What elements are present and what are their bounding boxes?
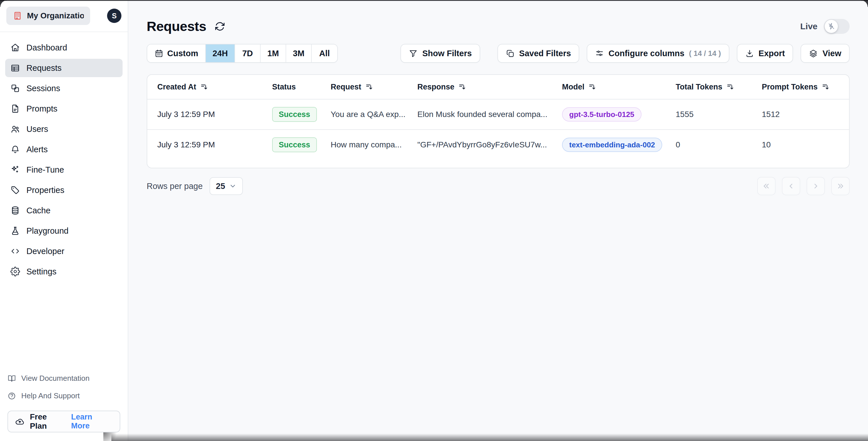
sidebar-item-playground[interactable]: Playground [5, 222, 123, 240]
time-range-3m[interactable]: 3M [286, 44, 312, 62]
cell-prompt-tokens: 1512 [762, 110, 839, 119]
home-icon [10, 43, 20, 53]
time-range-24h[interactable]: 24H [206, 44, 235, 62]
sort-icon [200, 83, 208, 91]
chevron-right-icon [811, 182, 820, 191]
flask-icon [10, 226, 20, 236]
last-page-button[interactable] [831, 177, 849, 195]
export-button[interactable]: Export [737, 44, 794, 63]
first-page-button[interactable] [757, 177, 776, 195]
sidebar-item-label: Users [26, 125, 48, 134]
previous-page-button[interactable] [782, 177, 800, 195]
avatar[interactable]: S [107, 9, 121, 23]
model-badge: gpt-3.5-turbo-0125 [562, 107, 642, 122]
toolbar: Custom 24H 7D 1M 3M All [147, 44, 849, 63]
column-header-total-tokens[interactable]: Total Tokens [676, 82, 762, 92]
cell-model: text-embedding-ada-002 [562, 138, 676, 152]
cell-response: "GF+/PAvdYbyrrGo8yFz6vIeSU7w... [417, 140, 562, 149]
cell-response: Elon Musk founded several compa... [417, 110, 562, 119]
column-header-status[interactable]: Status [272, 82, 331, 92]
view-documentation-link[interactable]: View Documentation [7, 374, 120, 383]
page-header: Requests Live [147, 19, 849, 34]
sidebar-item-alerts[interactable]: Alerts [5, 140, 123, 159]
app-window: My Organizatio... S Dashboard Requests [0, 0, 868, 441]
plan-label: Free Plan [30, 412, 66, 431]
sort-icon [365, 83, 373, 91]
refresh-icon [214, 21, 225, 32]
sidebar-item-requests[interactable]: Requests [5, 59, 123, 77]
view-button[interactable]: View [801, 44, 849, 63]
chevrons-right-icon [836, 182, 845, 191]
sidebar-item-dashboard[interactable]: Dashboard [5, 38, 123, 57]
show-filters-button[interactable]: Show Filters [400, 44, 480, 63]
main-content: Requests Live [128, 0, 868, 441]
time-range-label: 24H [212, 49, 228, 58]
page-title: Requests [147, 19, 206, 34]
learn-more-link[interactable]: Learn More [71, 413, 113, 430]
chevron-down-icon [229, 182, 237, 190]
sidebar-item-settings[interactable]: Settings [5, 262, 123, 281]
chevron-left-icon [787, 182, 795, 191]
sliders-icon [595, 49, 604, 58]
export-label: Export [758, 49, 785, 58]
sidebar-item-label: Fine-Tune [26, 165, 64, 175]
live-toggle[interactable] [824, 19, 849, 34]
window-corner-top-left [0, 0, 7, 7]
cell-model: gpt-3.5-turbo-0125 [562, 107, 676, 122]
tag-icon [10, 185, 20, 195]
table-icon [10, 63, 20, 73]
sort-icon [458, 83, 466, 91]
time-range-control: Custom 24H 7D 1M 3M All [147, 44, 338, 63]
column-header-created-at[interactable]: Created At [157, 82, 272, 92]
book-icon [7, 374, 16, 383]
sidebar-item-properties[interactable]: Properties [5, 181, 123, 199]
sidebar-item-developer[interactable]: Developer [5, 242, 123, 260]
configure-columns-button[interactable]: Configure columns ( 14 / 14 ) [587, 44, 730, 63]
time-range-7d[interactable]: 7D [235, 44, 260, 62]
sidebar-item-label: Prompts [26, 104, 57, 113]
sidebar-item-sessions[interactable]: Sessions [5, 79, 123, 98]
time-range-custom[interactable]: Custom [147, 44, 206, 62]
rows-per-page-select[interactable]: 25 [210, 177, 243, 195]
users-icon [10, 124, 20, 134]
next-page-button[interactable] [807, 177, 825, 195]
sidebar-item-fine-tune[interactable]: Fine-Tune [5, 161, 123, 179]
database-icon [10, 206, 20, 215]
chevrons-left-icon [762, 182, 771, 191]
column-header-request[interactable]: Request [331, 82, 417, 92]
free-plan-banner[interactable]: Free Plan Learn More [7, 411, 120, 432]
pagination-bar: Rows per page 25 [147, 177, 849, 195]
column-header-model[interactable]: Model [562, 82, 676, 92]
time-range-label: 1M [267, 49, 279, 58]
time-range-1m[interactable]: 1M [260, 44, 286, 62]
layers-icon [809, 49, 818, 58]
cell-total-tokens: 0 [676, 140, 762, 149]
code-icon [10, 246, 20, 256]
copy-icon [506, 49, 515, 58]
sidebar-item-prompts[interactable]: Prompts [5, 100, 123, 118]
cell-created-at: July 3 12:59 PM [157, 110, 272, 119]
sidebar-item-label: Developer [26, 247, 64, 256]
sort-icon [822, 83, 830, 91]
table-row[interactable]: July 3 12:59 PM Success You are a Q&A ex… [147, 99, 849, 129]
help-and-support-link[interactable]: Help And Support [7, 392, 120, 400]
time-range-all[interactable]: All [312, 44, 337, 62]
download-icon [745, 49, 754, 58]
column-header-prompt-tokens[interactable]: Prompt Tokens [762, 82, 839, 92]
sidebar: My Organizatio... S Dashboard Requests [0, 0, 128, 441]
sidebar-item-cache[interactable]: Cache [5, 201, 123, 219]
refresh-button[interactable] [214, 21, 225, 32]
table-row[interactable]: July 3 12:59 PM Success How many compa..… [147, 129, 849, 160]
org-switcher-button[interactable]: My Organizatio... [6, 7, 90, 25]
sidebar-item-label: Dashboard [26, 43, 67, 53]
live-toggle-group: Live [800, 19, 849, 34]
cell-request: How many compa... [331, 140, 417, 149]
cell-request: You are a Q&A exp... [331, 110, 417, 119]
sort-icon [726, 83, 734, 91]
cell-status: Success [272, 107, 331, 122]
calendar-icon [154, 49, 163, 58]
saved-filters-button[interactable]: Saved Filters [497, 44, 580, 63]
column-header-response[interactable]: Response [417, 82, 562, 92]
sidebar-item-users[interactable]: Users [5, 120, 123, 138]
status-badge: Success [272, 137, 317, 152]
